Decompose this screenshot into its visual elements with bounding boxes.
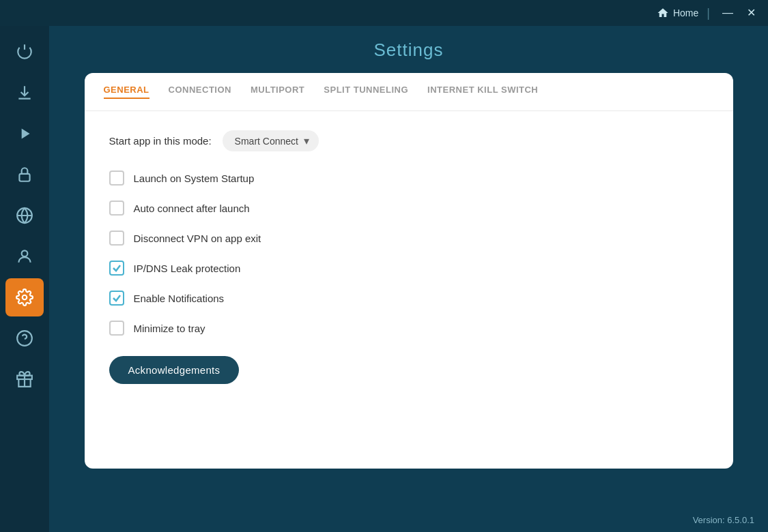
checkbox-disconnect-exit-label[interactable]: Disconnect VPN on app exit — [134, 233, 261, 244]
tabs-bar: GENERAL CONNECTION MULTIPORT SPLIT TUNNE… — [85, 73, 733, 111]
close-button[interactable]: ✕ — [743, 6, 760, 20]
sidebar-item-gift[interactable] — [5, 360, 44, 398]
checkbox-ip-dns-leak-label[interactable]: IP/DNS Leak protection — [134, 263, 241, 274]
checkbox-disconnect-exit-input[interactable] — [109, 231, 124, 246]
home-icon — [657, 7, 669, 19]
power-icon — [16, 43, 33, 61]
checkbox-enable-notifications-label[interactable]: Enable Notifications — [134, 293, 225, 304]
download-icon — [16, 84, 33, 102]
help-icon — [16, 329, 33, 347]
checkbox-enable-notifications: Enable Notifications — [109, 291, 709, 306]
sidebar-item-lock[interactable] — [5, 156, 44, 194]
checkbox-auto-connect-input[interactable] — [109, 201, 124, 216]
play-icon — [16, 125, 33, 143]
checkmark-icon-2 — [112, 293, 122, 303]
account-icon — [16, 248, 33, 265]
sidebar-item-help[interactable] — [5, 319, 44, 357]
sidebar — [0, 26, 49, 532]
start-mode-label: Start app in this mode: — [109, 135, 212, 147]
tab-multiport[interactable]: MULTIPORT — [251, 85, 304, 99]
checkbox-minimize-tray-input[interactable] — [109, 321, 124, 336]
title-bar-divider: | — [707, 6, 710, 20]
page-title: Settings — [374, 40, 444, 61]
ip-icon — [16, 207, 33, 224]
minimize-button[interactable]: — — [718, 6, 737, 20]
acknowledgements-button[interactable]: Acknowledgements — [109, 356, 240, 384]
checkbox-auto-connect: Auto connect after launch — [109, 201, 709, 216]
tab-connection[interactable]: CONNECTION — [169, 85, 231, 99]
settings-card: GENERAL CONNECTION MULTIPORT SPLIT TUNNE… — [85, 73, 733, 469]
sidebar-item-ip[interactable] — [5, 196, 44, 235]
version-label: Version: 6.5.0.1 — [693, 515, 754, 525]
main-layout: Settings GENERAL CONNECTION MULTIPORT SP… — [0, 26, 768, 532]
svg-rect-0 — [19, 174, 29, 181]
checkbox-ip-dns-leak: IP/DNS Leak protection — [109, 261, 709, 276]
checkbox-launch-startup-label[interactable]: Launch on System Startup — [134, 173, 255, 184]
checkbox-enable-notifications-input[interactable] — [109, 291, 124, 306]
start-mode-row: Start app in this mode: Smart Connect ▾ — [109, 130, 709, 151]
checkbox-minimize-tray: Minimize to tray — [109, 321, 709, 336]
checkbox-minimize-tray-label[interactable]: Minimize to tray — [134, 323, 205, 334]
title-bar: Home | — ✕ — [0, 0, 768, 26]
checkbox-launch-startup-input[interactable] — [109, 171, 124, 186]
settings-body: Start app in this mode: Smart Connect ▾ … — [85, 111, 733, 403]
tab-split-tunneling[interactable]: SPLIT TUNNELING — [324, 85, 408, 99]
checkbox-auto-connect-label[interactable]: Auto connect after launch — [134, 203, 250, 214]
lock-icon — [16, 166, 33, 183]
chevron-down-icon: ▾ — [304, 134, 309, 147]
sidebar-item-settings[interactable] — [5, 278, 44, 316]
gift-icon — [16, 370, 33, 388]
checkbox-ip-dns-leak-input[interactable] — [109, 261, 124, 276]
sidebar-item-play[interactable] — [5, 115, 44, 153]
svg-point-3 — [23, 295, 27, 300]
settings-icon — [16, 289, 33, 306]
tab-general[interactable]: GENERAL — [104, 85, 150, 99]
home-button[interactable]: Home — [657, 7, 698, 19]
checkbox-launch-startup: Launch on System Startup — [109, 171, 709, 186]
content-area: Settings GENERAL CONNECTION MULTIPORT SP… — [49, 26, 768, 532]
sidebar-item-power[interactable] — [5, 33, 44, 71]
svg-point-2 — [22, 250, 28, 256]
start-mode-dropdown[interactable]: Smart Connect ▾ — [223, 130, 319, 151]
checkmark-icon — [112, 263, 122, 273]
home-label: Home — [673, 8, 698, 18]
checkbox-disconnect-exit: Disconnect VPN on app exit — [109, 231, 709, 246]
sidebar-item-account[interactable] — [5, 237, 44, 276]
tab-internet-kill-switch[interactable]: INTERNET KILL SWITCH — [427, 85, 538, 99]
start-mode-value: Smart Connect — [235, 136, 298, 147]
sidebar-item-download[interactable] — [5, 74, 44, 112]
